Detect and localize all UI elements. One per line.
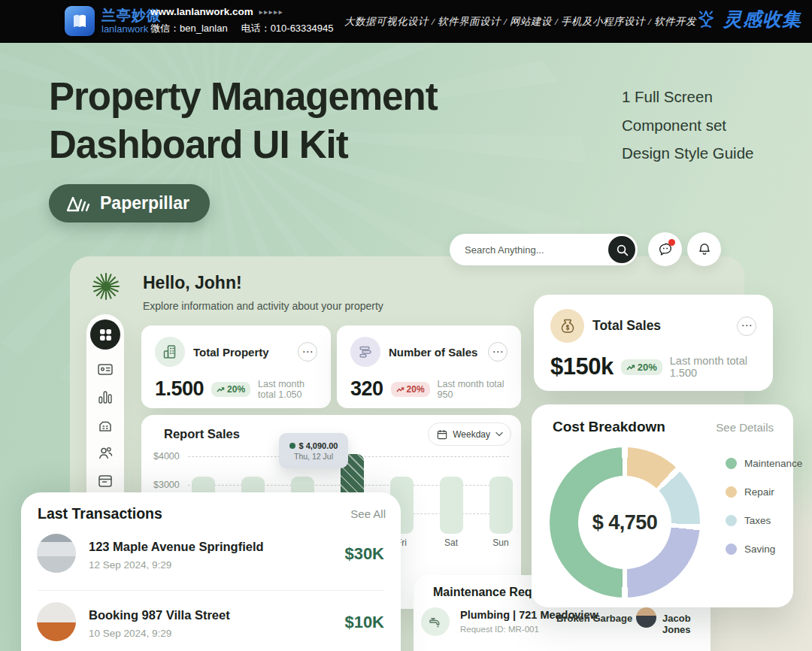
transaction-amount: $30K bbox=[344, 544, 384, 564]
sidebar-item-analytics-icon[interactable] bbox=[97, 389, 114, 405]
donut-total: $ 4,750 bbox=[592, 511, 658, 534]
logo[interactable]: 兰亭妙微 lanlanwork bbox=[65, 6, 162, 36]
services-list: 大数据可视化设计 / 软件界面设计 / 网站建设 / 手机及小程序设计 / 软件… bbox=[344, 15, 696, 29]
property-photo bbox=[37, 602, 76, 641]
transaction-name: 123 Maple Avenue Springfield bbox=[89, 540, 264, 554]
transaction-name: Booking 987 Villa Street bbox=[89, 608, 230, 622]
tooltip-date: Thu, 12 Jul bbox=[294, 452, 333, 461]
greeting-title: Hello, John! bbox=[143, 273, 242, 293]
plumbing-icon bbox=[421, 607, 450, 636]
request-issue: Broken Garbage bbox=[556, 613, 632, 624]
assignee-avatar bbox=[636, 607, 656, 628]
site-header: 兰亭妙微 lanlanwork www.lanlanwork.com ▸▸▸▸▸… bbox=[0, 0, 812, 43]
trend-badge: 20% bbox=[391, 382, 430, 397]
legend-dot bbox=[726, 458, 737, 469]
sidebar-item-dashboard[interactable] bbox=[90, 319, 120, 350]
paperpillar-label: Paperpillar bbox=[100, 193, 189, 213]
hero-section: Property Management Dashboard UI Kit 1 F… bbox=[0, 43, 812, 651]
tooltip-dot bbox=[289, 443, 295, 449]
cost-breakdown-title: Cost Breakdown bbox=[553, 419, 665, 435]
stat-label: Number of Sales bbox=[389, 346, 480, 359]
trend-up-icon bbox=[626, 363, 635, 371]
assignee-name: Jacob Jones bbox=[662, 613, 710, 635]
stat-note: Last month total 950 bbox=[438, 379, 508, 400]
legend-label: Saving bbox=[744, 544, 775, 555]
chart-tooltip: $ 4,090.00 Thu, 12 Jul bbox=[279, 433, 348, 468]
more-options-button[interactable] bbox=[298, 342, 317, 362]
legend-dot bbox=[726, 515, 737, 526]
tooltip-value: $ 4,090.00 bbox=[299, 441, 338, 450]
property-icon bbox=[155, 337, 185, 367]
legend-label: Repair bbox=[744, 486, 774, 498]
inspiration-icon bbox=[694, 8, 718, 32]
see-details-link[interactable]: See Details bbox=[716, 421, 774, 434]
legend-dot bbox=[726, 486, 737, 498]
bell-icon bbox=[696, 241, 713, 258]
dashboard-grid-icon bbox=[99, 329, 112, 341]
legend-item-repair: Repair bbox=[726, 486, 802, 498]
arrows-decoration: ▸▸▸▸▸ bbox=[259, 8, 284, 16]
stat-value: $150k bbox=[550, 353, 614, 380]
starburst-icon bbox=[91, 271, 121, 301]
donut-center: $ 4,750 bbox=[578, 476, 671, 569]
transaction-amount: $10K bbox=[344, 613, 384, 632]
phone-number: 电话：010-63334945 bbox=[241, 22, 334, 35]
contact-block: www.lanlanwork.com ▸▸▸▸▸ 微信：ben_lanlan 电… bbox=[150, 6, 333, 35]
book-logo-icon bbox=[65, 6, 95, 36]
stat-value: 1.500 bbox=[155, 377, 204, 401]
legend-label: Maintenance bbox=[744, 458, 802, 469]
messages-button[interactable] bbox=[648, 232, 682, 266]
legend-item-taxes: Taxes bbox=[726, 515, 802, 526]
divider bbox=[38, 590, 384, 591]
money-bag-icon bbox=[550, 309, 584, 343]
search-input[interactable] bbox=[450, 244, 608, 256]
notification-dot bbox=[668, 239, 675, 246]
feature-list: 1 Full Screen Component set Design Style… bbox=[622, 83, 753, 168]
sidebar-item-schedule-icon[interactable] bbox=[97, 472, 114, 489]
cost-legend: MaintenanceRepairTaxesSaving bbox=[726, 458, 802, 572]
sales-count-icon bbox=[350, 337, 380, 367]
page-title: Property Management Dashboard UI Kit bbox=[49, 73, 438, 169]
notifications-button[interactable] bbox=[687, 232, 721, 266]
stat-card-number-of-sales: Number of Sales 320 20% Last month total… bbox=[337, 326, 521, 408]
stat-label: Total Sales bbox=[592, 318, 729, 334]
feature-item: Design Style Guide bbox=[622, 139, 753, 168]
x-axis-tick: Sun bbox=[484, 537, 517, 548]
sidebar-item-property-icon[interactable] bbox=[97, 416, 114, 433]
more-options-button[interactable] bbox=[737, 316, 756, 336]
stat-note: Last month total 1.500 bbox=[670, 355, 756, 379]
more-options-button[interactable] bbox=[488, 342, 508, 362]
greeting-subtitle: Explore information and activity about y… bbox=[143, 300, 383, 312]
feature-item: Component set bbox=[622, 111, 753, 140]
transaction-date: 12 Sep 2024, 9:29 bbox=[89, 559, 171, 571]
report-bar-sat[interactable] bbox=[440, 477, 463, 534]
trend-badge: 20% bbox=[621, 359, 662, 375]
legend-item-saving: Saving bbox=[726, 544, 802, 555]
cost-breakdown-card: Cost Breakdown See Details $ 4,750 Maint… bbox=[532, 404, 793, 607]
trend-up-icon bbox=[217, 386, 225, 393]
stat-card-total-sales: Total Sales $150k 20% Last month total 1… bbox=[534, 295, 773, 391]
collect-link[interactable]: 灵感收集 bbox=[694, 7, 801, 32]
sidebar-item-tenants-icon[interactable] bbox=[97, 444, 114, 461]
request-id: Request ID: MR-001 bbox=[460, 625, 539, 634]
feature-item: 1 Full Screen bbox=[622, 83, 753, 111]
search-bar bbox=[450, 234, 638, 265]
report-bar-sun[interactable] bbox=[489, 477, 513, 534]
stat-label: Total Property bbox=[193, 346, 289, 359]
website-url[interactable]: www.lanlanwork.com bbox=[150, 6, 253, 17]
transaction-date: 10 Sep 2024, 9:29 bbox=[89, 628, 171, 639]
transactions-title: Last Transactions bbox=[38, 505, 162, 522]
last-transactions-card: Last Transactions See All 123 Maple Aven… bbox=[21, 492, 401, 651]
wechat-id: 微信：ben_lanlan bbox=[150, 22, 228, 35]
search-icon bbox=[616, 244, 629, 256]
see-all-link[interactable]: See All bbox=[350, 507, 386, 520]
paperpillar-logo-icon bbox=[65, 195, 91, 213]
search-button[interactable] bbox=[608, 236, 635, 263]
donut-chart: $ 4,750 bbox=[550, 447, 700, 598]
paperpillar-badge[interactable]: Paperpillar bbox=[49, 184, 210, 223]
legend-label: Taxes bbox=[744, 515, 771, 526]
sidebar-item-card-icon[interactable] bbox=[97, 361, 114, 377]
legend-item-maintenance: Maintenance bbox=[726, 458, 802, 469]
stat-card-total-property: Total Property 1.500 20% Last month tota… bbox=[141, 326, 331, 408]
trend-up-icon bbox=[396, 386, 404, 393]
